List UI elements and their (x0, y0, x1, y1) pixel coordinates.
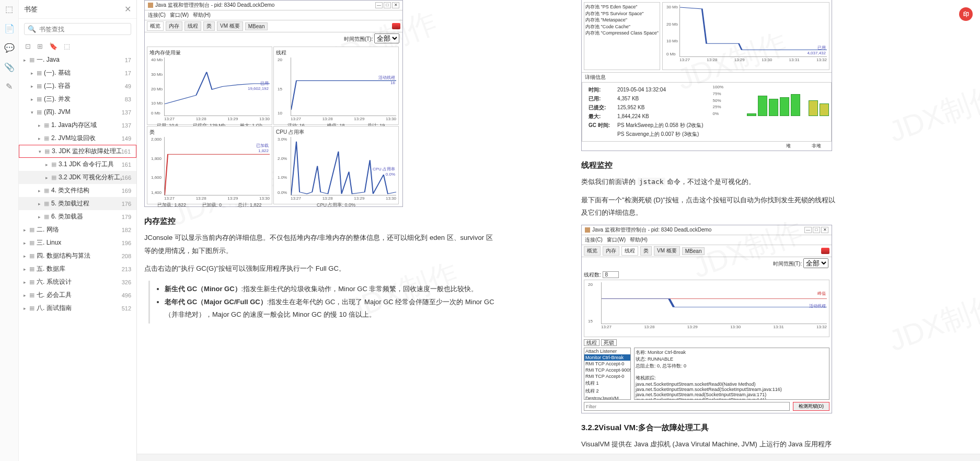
tree-item[interactable]: ▸▦六. 系统设计326 (19, 275, 136, 289)
page-right: 内存池 "PS Eden Space"内存池 "PS Survivor Spac… (581, 0, 837, 461)
search-input[interactable] (39, 26, 128, 33)
jconsole-threads-window: Java 监视和管理控制台 - pid: 8340 DeadLockDemo—□… (581, 225, 832, 413)
tree-item[interactable]: ▸▦二. 网络182 (19, 223, 136, 236)
detect-deadlock-button: 检测死锁(D) (793, 402, 830, 411)
tree-item[interactable]: ▸▦3.1 JDK 命令行工具161 (19, 158, 136, 171)
app-badge[interactable]: 印 (959, 7, 973, 21)
thread-info: 名称: Monitor Ctrl-Break状态: RUNNABLE总阻止数: … (634, 348, 829, 400)
icon-edit[interactable]: ✎ (6, 82, 13, 91)
icon-page[interactable]: 📄 (4, 24, 15, 33)
document-viewport[interactable]: JDX制作 JDX制作 JDX制作 JDX制作 JDX制作 JDX制作 JDX制… (137, 0, 980, 461)
icon-comment[interactable]: 💬 (4, 43, 15, 53)
tool-box-icon[interactable]: ⬚ (64, 42, 70, 50)
tree-item[interactable]: ▸▦(二). 容器49 (19, 79, 136, 93)
close-icon[interactable]: ✕ (124, 4, 131, 14)
memory-pool-panel: 内存池 "PS Eden Space"内存池 "PS Survivor Spac… (581, 0, 832, 151)
horizontal-scrollbar[interactable] (137, 454, 980, 461)
section-visualvm-title: 3.2.2Visual VM:多合一故障处理工具 (581, 423, 837, 433)
tree-item[interactable]: ▸▦一. Java17 (19, 53, 136, 66)
java-icon (148, 3, 153, 8)
min-icon: — (375, 2, 383, 8)
body-text: JConsole 可以显示当前内存的详细信息。不仅包括堆内存/非堆内存的整体信息… (144, 232, 498, 257)
heap-chart: 堆内存使用量 40 Mb30 Mb20 Mb10 Mb0 Mb 已用19,602… (147, 47, 272, 125)
sidebar-title: 书签 (24, 5, 124, 14)
tree-item[interactable]: ▾▦3. JDK 监控和故障处理工具161 (19, 145, 136, 158)
bookmarks-sidebar: 书签 ✕ 🔍 ⊡ ⊞ 🔖 ⬚ ▸▦一. Java17▸▦(一). 基础17▸▦(… (19, 0, 137, 461)
bookmark-tree[interactable]: ▸▦一. Java17▸▦(一). 基础17▸▦(二). 容器49▸▦(三). … (19, 53, 136, 461)
bookmark-search[interactable]: 🔍 (24, 23, 131, 35)
close-win-icon: ✕ (392, 2, 399, 8)
jconsole-overview-window: Java 监视和管理控制台 - pid: 8340 DeadLockDemo—□… (144, 0, 403, 207)
tree-item[interactable]: ▸▦三. Linux196 (19, 236, 136, 249)
app-icon-bar: ⬚ 📄 💬 📎 ✎ (0, 0, 19, 461)
tree-item[interactable]: ▸▦5. 类加载过程176 (19, 197, 136, 210)
section-memory-title: 内存监控 (144, 216, 498, 226)
search-icon: 🔍 (28, 25, 36, 33)
list-item: 新生代 GC（Minor GC）:指发生新生代的垃圾收集动作，Minor GC … (165, 283, 498, 296)
tree-item[interactable]: ▸▦6. 类加载器179 (19, 210, 136, 223)
section-thread-title: 线程监控 (581, 160, 837, 170)
cpu-chart: CPU 占用率 3.0%2.0%1.0%0.0% CPU 占用率0.0% 13:… (273, 126, 399, 204)
max-icon: □ (384, 2, 391, 8)
tool-expand-icon[interactable]: ⊡ (25, 42, 31, 50)
thread-list: Attach ListenerMonitor Ctrl-BreakRMI TCP… (584, 348, 631, 400)
icon-layout[interactable]: ⬚ (5, 4, 13, 14)
tree-item[interactable]: ▸▦五. 数据库213 (19, 262, 136, 275)
tool-collapse-icon[interactable]: ⊞ (37, 42, 43, 50)
time-range-select: 全部 (374, 33, 399, 43)
body-text: 点击右边的"执行 GC(G)"按钮可以强制应用程序执行一个 Full GC。 (144, 262, 498, 275)
tree-item[interactable]: ▾▦(四). JVM137 (19, 106, 136, 119)
list-item: 老年代 GC（Major GC/Full GC）:指发生在老年代的 GC，出现了… (165, 296, 498, 321)
tree-item[interactable]: ▸▦1. Java内存区域137 (19, 119, 136, 132)
sidebar-tools: ⊡ ⊞ 🔖 ⬚ (19, 39, 136, 53)
filter-input (584, 402, 790, 411)
tree-item[interactable]: ▸▦4. 类文件结构169 (19, 184, 136, 197)
tree-item[interactable]: ▸▦3.2 JDK 可视化分析工具166 (19, 171, 136, 184)
tree-item[interactable]: ▸▦八. 面试指南512 (19, 302, 136, 315)
tree-item[interactable]: ▸▦(三). 并发83 (19, 93, 136, 106)
java-icon (585, 227, 590, 233)
threads-chart: 线程 201510 活动线程16 13:2713:2813:2913:30 活动… (273, 47, 399, 125)
icon-attach[interactable]: 📎 (4, 62, 15, 72)
tree-item[interactable]: ▸▦四. 数据结构与算法208 (19, 249, 136, 262)
gc-quote: 新生代 GC（Minor GC）:指发生新生代的垃圾收集动作，Minor GC … (148, 281, 498, 324)
tree-item[interactable]: ▸▦七. 必会工具496 (19, 289, 136, 302)
tool-bookmark-icon[interactable]: 🔖 (49, 42, 57, 50)
tree-item[interactable]: ▸▦(一). 基础17 (19, 66, 136, 79)
tree-item[interactable]: ▸▦2. JVM垃圾回收149 (19, 132, 136, 145)
body-text: 类似我们前面讲的 jstack 命令，不过这个是可视化的。 (581, 176, 837, 189)
classes-chart: 类 2,0001,8001,6001,400 已加载1,822 13:2713:… (147, 126, 272, 204)
page-left: Java 监视和管理控制台 - pid: 8340 DeadLockDemo—□… (144, 0, 498, 461)
body-text: 最下面有一个"检测死锁 (D)"按钮，点击这个按钮可以自动为你找到发生死锁的线程… (581, 194, 837, 220)
